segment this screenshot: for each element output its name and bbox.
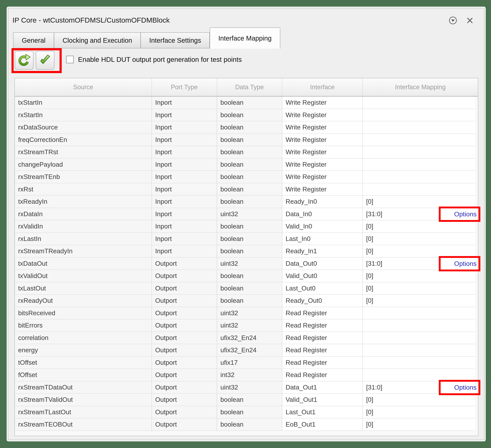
interface-mapping-table: Source Port Type Data Type Interface Int… (14, 78, 478, 436)
cell-source: rxReadyOut (15, 295, 152, 307)
cell-interface[interactable]: Read Register (282, 307, 363, 320)
cell-interface-mapping[interactable]: [0] (363, 270, 476, 282)
cell-interface[interactable]: Ready_In0 (282, 196, 363, 208)
title-bar: IP Core - wtCustomOFDMSL/CustomOFDMBlock (12, 16, 446, 26)
cell-interface[interactable]: Write Register (282, 158, 363, 171)
cell-interface[interactable]: Write Register (282, 134, 363, 146)
tab-interface-settings[interactable]: Interface Settings (141, 32, 209, 48)
mapping-value: [0] (366, 408, 373, 416)
cell-interface-mapping[interactable]: [0] (363, 394, 476, 406)
close-icon (466, 17, 474, 24)
cell-interface[interactable]: Valid_Out1 (282, 394, 363, 406)
enable-test-points-checkbox[interactable] (66, 56, 74, 63)
cell-interface-mapping[interactable] (363, 319, 476, 332)
cell-port-type: Outport (152, 295, 217, 307)
window-menu-button[interactable] (448, 16, 458, 25)
cell-source: bitsReceived (15, 307, 152, 320)
options-link[interactable]: Options (454, 260, 477, 267)
cell-interface-mapping[interactable] (363, 369, 476, 381)
cell-interface[interactable]: Data_In0 (282, 208, 363, 220)
cell-interface[interactable]: Ready_In1 (282, 245, 363, 257)
cell-interface[interactable]: Data_Out0 (282, 257, 363, 270)
cell-interface[interactable]: Write Register (282, 171, 363, 183)
column-header-interface[interactable]: Interface (282, 78, 363, 96)
cell-interface[interactable]: Last_In0 (282, 233, 363, 245)
cell-interface-mapping[interactable]: [31:0] Options (363, 257, 476, 270)
options-link[interactable]: Options (454, 210, 477, 218)
cell-interface-mapping[interactable]: [31:0] Options (363, 208, 476, 220)
cell-interface-mapping[interactable] (363, 183, 476, 196)
cell-interface[interactable]: EoB_Out1 (282, 418, 363, 431)
cell-interface[interactable]: Data_Out1 (282, 381, 363, 394)
cell-interface-mapping[interactable]: [0] (363, 196, 476, 208)
validate-button[interactable] (36, 51, 54, 70)
cell-interface[interactable]: Write Register (282, 183, 363, 196)
tab-clocking-and-execution[interactable]: Clocking and Execution (54, 32, 141, 48)
cell-interface[interactable]: Write Register (282, 97, 363, 109)
cell-interface-mapping[interactable] (363, 332, 476, 344)
cell-interface-mapping[interactable] (363, 97, 476, 109)
cell-data-type: uint32 (217, 208, 282, 220)
table-body: txStartIn Inport boolean Write Register … (15, 97, 478, 431)
cell-interface[interactable]: Write Register (282, 121, 363, 134)
cell-interface[interactable]: Last_Out1 (282, 406, 363, 419)
close-button[interactable] (465, 16, 474, 25)
cell-data-type: boolean (217, 270, 282, 282)
cell-source: rxLastIn (15, 233, 152, 245)
refresh-button[interactable] (15, 51, 33, 70)
cell-interface[interactable]: Read Register (282, 332, 363, 344)
cell-interface-mapping[interactable] (363, 307, 476, 320)
cell-interface[interactable]: Write Register (282, 109, 363, 121)
cell-interface[interactable]: Read Register (282, 357, 363, 369)
cell-port-type: Outport (152, 270, 217, 282)
cell-interface[interactable]: Write Register (282, 146, 363, 158)
cell-source: txValidOut (15, 270, 152, 282)
cell-interface[interactable]: Ready_Out0 (282, 295, 363, 307)
column-header-interface-mapping[interactable]: Interface Mapping (363, 78, 478, 96)
mapping-value: [0] (366, 235, 373, 242)
cell-data-type: boolean (217, 171, 282, 183)
cell-data-type: boolean (217, 183, 282, 196)
cell-interface-mapping[interactable]: [0] (363, 245, 476, 257)
window-controls (448, 16, 474, 25)
cell-interface-mapping[interactable] (363, 357, 476, 369)
cell-data-type: boolean (217, 295, 282, 307)
table-row: rxStreamTDataOut Outport uint32 Data_Out… (15, 381, 478, 394)
cell-data-type: boolean (217, 233, 282, 245)
cell-interface[interactable]: Read Register (282, 344, 363, 357)
cell-interface-mapping[interactable] (363, 171, 476, 183)
table-row: rxStreamTLastOut Outport boolean Last_Ou… (15, 406, 478, 419)
options-link[interactable]: Options (454, 384, 477, 391)
cell-interface[interactable]: Read Register (282, 319, 363, 332)
cell-port-type: Outport (152, 332, 217, 344)
cell-interface-mapping[interactable]: [0] (363, 220, 476, 233)
cell-interface-mapping[interactable] (363, 146, 476, 158)
tab-general[interactable]: General (13, 32, 54, 48)
cell-data-type: boolean (217, 109, 282, 121)
mapping-value: [0] (366, 421, 373, 428)
cell-interface-mapping[interactable] (363, 109, 476, 121)
column-header-data-type[interactable]: Data Type (217, 78, 282, 96)
mapping-value: [0] (366, 223, 373, 230)
cell-interface-mapping[interactable]: [0] (363, 233, 476, 245)
cell-interface-mapping[interactable] (363, 158, 476, 171)
tab-interface-mapping[interactable]: Interface Mapping (210, 27, 280, 49)
cell-interface-mapping[interactable]: [0] (363, 406, 476, 419)
cell-interface-mapping[interactable] (363, 121, 476, 134)
cell-interface[interactable]: Last_Out0 (282, 282, 363, 295)
cell-interface[interactable]: Valid_In0 (282, 220, 363, 233)
tab-label: Interface Settings (149, 37, 201, 44)
column-header-source[interactable]: Source (15, 78, 152, 96)
cell-interface-mapping[interactable]: [0] (363, 282, 476, 295)
cell-data-type: int32 (217, 369, 282, 381)
cell-port-type: Inport (152, 158, 217, 171)
column-header-port-type[interactable]: Port Type (152, 78, 217, 96)
cell-interface-mapping[interactable]: [31:0] Options (363, 381, 476, 394)
cell-port-type: Inport (152, 134, 217, 146)
cell-interface-mapping[interactable] (363, 344, 476, 357)
cell-interface-mapping[interactable]: [0] (363, 295, 476, 307)
cell-interface-mapping[interactable]: [0] (363, 418, 476, 431)
cell-interface[interactable]: Read Register (282, 369, 363, 381)
cell-interface-mapping[interactable] (363, 134, 476, 146)
cell-interface[interactable]: Valid_Out0 (282, 270, 363, 282)
